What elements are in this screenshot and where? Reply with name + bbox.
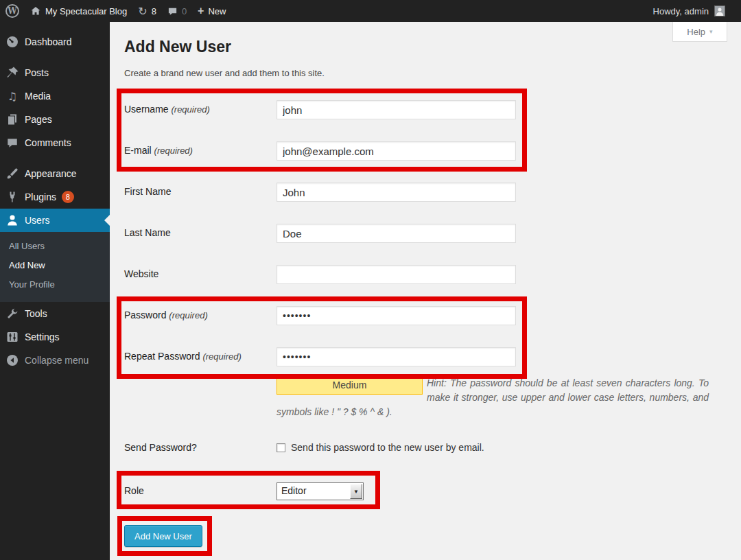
comment-bubble-icon: [167, 6, 178, 16]
updates-icon: ↻: [138, 5, 147, 18]
sidebar-item-tools[interactable]: Tools: [0, 302, 110, 325]
brush-icon: [5, 167, 19, 180]
admin-bar-left: W My Spectacular Blog ↻ 8 0 + New: [0, 0, 231, 22]
admin-sidebar: Dashboard Posts ♫ Media Pages Comme: [0, 22, 110, 560]
pin-icon: [5, 66, 19, 80]
repeat-password-row: Repeat Password (required): [124, 347, 727, 366]
add-new-user-button[interactable]: Add New User: [124, 525, 202, 547]
role-row: Role Editor ▼: [124, 482, 727, 500]
sidebar-item-label: Users: [25, 215, 50, 226]
help-label: Help: [687, 27, 705, 37]
comment-icon: [5, 136, 19, 150]
required-indicator: (required): [202, 351, 241, 362]
email-label: E-mail (required): [124, 141, 277, 156]
media-icon: ♫: [5, 89, 19, 103]
send-password-checkbox[interactable]: [277, 443, 285, 452]
collapse-menu-label: Collapse menu: [25, 355, 89, 366]
website-input[interactable]: [277, 265, 516, 284]
password-label: Password (required): [124, 306, 277, 320]
admin-bar-right: Howdy, admin: [648, 0, 741, 22]
wrench-icon: [5, 307, 19, 320]
username-row: Username (required): [124, 100, 727, 119]
email-input[interactable]: [277, 141, 516, 161]
dashboard-icon: [5, 35, 19, 49]
submit-row: Add New User: [124, 525, 727, 547]
repeat-password-label: Repeat Password (required): [124, 347, 277, 362]
role-label: Role: [124, 482, 277, 496]
wordpress-logo-icon: W: [5, 4, 19, 18]
sidebar-item-posts[interactable]: Posts: [0, 61, 110, 84]
sliders-icon: [5, 330, 19, 344]
add-user-form: Username (required) E-mail (required) Fi…: [124, 100, 727, 547]
username-input[interactable]: [277, 100, 516, 119]
users-submenu: All Users Add New Your Profile: [0, 232, 110, 302]
username-label: Username (required): [124, 100, 277, 115]
home-icon: [30, 5, 41, 16]
collapse-menu-button[interactable]: Collapse menu: [0, 349, 110, 372]
collapse-icon: [5, 353, 19, 367]
plugin-icon: [5, 190, 19, 204]
site-name: My Spectacular Blog: [45, 6, 127, 16]
required-indicator: (required): [154, 145, 193, 156]
comments-count: 0: [182, 6, 187, 16]
main-content: Add New User Create a brand new user and…: [110, 22, 741, 560]
user-icon: [5, 213, 19, 227]
wordpress-logo[interactable]: W: [0, 0, 25, 22]
sidebar-item-media[interactable]: ♫ Media: [0, 84, 110, 108]
caret-down-icon: ▼: [353, 489, 359, 495]
website-row: Website: [124, 265, 727, 284]
submenu-item-your-profile[interactable]: Your Profile: [0, 275, 110, 294]
required-indicator: (required): [171, 104, 209, 115]
sidebar-item-settings[interactable]: Settings: [0, 325, 110, 349]
last-name-input[interactable]: [277, 224, 516, 243]
submenu-item-add-new[interactable]: Add New: [0, 255, 110, 275]
sidebar-item-users[interactable]: Users: [0, 209, 110, 232]
sidebar-item-label: Tools: [25, 308, 47, 319]
wordpress-admin-add-new-user: W My Spectacular Blog ↻ 8 0 + New: [0, 0, 741, 560]
send-password-row: Send Password? Send this password to the…: [124, 441, 727, 455]
sidebar-item-appearance[interactable]: Appearance: [0, 162, 110, 185]
avatar: [714, 5, 725, 16]
role-selected-value: Editor: [277, 483, 349, 500]
send-password-checkbox-label[interactable]: Send this password to the new user by em…: [291, 441, 484, 453]
role-select[interactable]: Editor ▼: [277, 482, 364, 500]
required-indicator: (required): [169, 310, 207, 320]
new-label: New: [208, 6, 226, 16]
sidebar-item-label: Settings: [25, 331, 60, 342]
sidebar-item-pages[interactable]: Pages: [0, 108, 110, 131]
plugins-update-badge: 8: [62, 191, 74, 203]
admin-bar: W My Spectacular Blog ↻ 8 0 + New: [0, 0, 741, 22]
repeat-password-input[interactable]: [277, 347, 516, 366]
pages-icon: [5, 113, 19, 126]
website-label: Website: [124, 265, 277, 279]
sidebar-item-plugins[interactable]: Plugins 8: [0, 185, 110, 209]
updates-link[interactable]: ↻ 8: [132, 0, 162, 22]
password-strength-block: Medium Hint: The password should be at l…: [277, 376, 709, 419]
site-name-link[interactable]: My Spectacular Blog: [25, 0, 132, 22]
sidebar-item-label: Plugins: [25, 191, 56, 202]
chevron-down-icon: ▾: [709, 28, 713, 35]
select-arrow-button[interactable]: ▼: [350, 484, 362, 499]
send-password-label: Send Password?: [124, 441, 277, 453]
sidebar-item-label: Pages: [25, 114, 52, 125]
plus-icon: +: [198, 5, 204, 17]
page-description: Create a brand new user and add them to …: [124, 68, 727, 80]
sidebar-item-label: Media: [25, 91, 51, 102]
sidebar-item-dashboard[interactable]: Dashboard: [0, 30, 110, 54]
sidebar-item-comments[interactable]: Comments: [0, 131, 110, 154]
sidebar-item-label: Comments: [25, 137, 71, 148]
password-row: Password (required): [124, 306, 727, 325]
first-name-row: First Name: [124, 183, 727, 202]
first-name-input[interactable]: [277, 183, 516, 202]
howdy-text: Howdy, admin: [653, 6, 709, 16]
help-tab-button[interactable]: Help ▾: [672, 22, 727, 42]
sidebar-item-label: Dashboard: [25, 36, 72, 47]
email-row: E-mail (required): [124, 141, 727, 161]
comments-link[interactable]: 0: [162, 0, 192, 22]
submenu-item-all-users[interactable]: All Users: [0, 236, 110, 255]
new-content-link[interactable]: + New: [192, 0, 231, 22]
first-name-label: First Name: [124, 183, 277, 197]
password-input[interactable]: [277, 306, 516, 325]
my-account-link[interactable]: Howdy, admin: [648, 0, 731, 22]
last-name-label: Last Name: [124, 224, 277, 238]
